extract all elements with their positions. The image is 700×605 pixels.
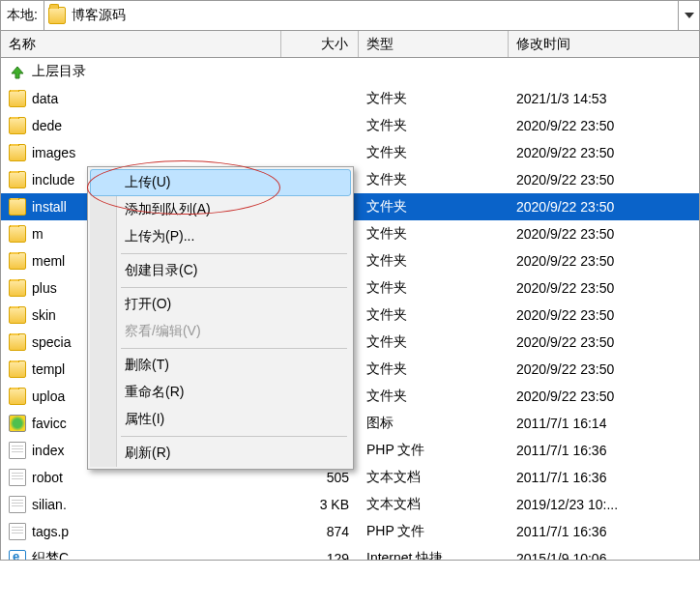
ie-icon	[9, 550, 26, 561]
file-icon	[9, 442, 26, 459]
file-date: 2020/9/22 23:50	[509, 389, 677, 404]
menu-item[interactable]: 打开(O)	[90, 291, 351, 318]
location-bar: 本地: 博客源码	[0, 0, 700, 31]
file-type: 文件夹	[359, 198, 509, 216]
menu-item[interactable]: 删除(T)	[90, 352, 351, 379]
file-date: 2021/1/3 14:53	[509, 91, 677, 106]
menu-item[interactable]: 上传为(P)...	[90, 223, 351, 250]
file-name: silian.	[32, 497, 67, 512]
file-type: 文件夹	[359, 388, 509, 405]
file-name: skin	[32, 307, 56, 323]
folder-icon	[9, 171, 26, 188]
file-name: favicc	[32, 416, 67, 431]
column-date[interactable]: 修改时间	[509, 31, 677, 57]
file-name: tags.p	[32, 524, 69, 539]
file-size: 3 KB	[281, 497, 359, 512]
location-path[interactable]: 博客源码	[44, 1, 678, 30]
file-name: 织梦C	[32, 550, 69, 561]
file-type: 文件夹	[359, 117, 509, 134]
svg-marker-0	[685, 13, 694, 18]
file-row[interactable]: images文件夹2020/9/22 23:50	[1, 139, 699, 166]
menu-item[interactable]: 属性(I)	[90, 406, 351, 433]
file-date: 2020/9/22 23:50	[509, 253, 677, 269]
file-date: 2020/9/22 23:50	[509, 361, 677, 377]
file-name: images	[32, 145, 75, 160]
folder-icon	[9, 279, 26, 297]
file-name: templ	[32, 361, 65, 377]
file-date: 2011/7/1 16:36	[509, 443, 677, 458]
file-type: 文件夹	[359, 144, 509, 161]
file-type: 文件夹	[359, 360, 509, 378]
file-date: 2019/12/23 10:...	[509, 497, 677, 512]
folder-icon	[9, 225, 26, 243]
file-icon	[9, 469, 26, 486]
file-type: 文件夹	[359, 306, 509, 324]
file-type: 文件夹	[359, 279, 509, 297]
folder-icon	[9, 306, 26, 324]
parent-dir-label: 上层目录	[32, 63, 86, 80]
column-headers: 名称 大小 类型 修改时间	[0, 31, 700, 58]
folder-icon	[9, 333, 26, 351]
file-type: 文件夹	[359, 333, 509, 351]
menu-separator	[121, 348, 347, 349]
file-size: 874	[281, 524, 359, 539]
file-size: 505	[281, 470, 359, 485]
folder-icon	[9, 252, 26, 270]
file-date: 2011/7/1 16:36	[509, 470, 677, 485]
menu-separator	[121, 253, 347, 254]
file-name: index	[32, 443, 64, 458]
file-type: PHP 文件	[359, 523, 509, 540]
folder-icon	[9, 198, 26, 216]
column-type[interactable]: 类型	[359, 31, 509, 57]
file-type: Internet 快捷...	[359, 550, 509, 561]
file-date: 2020/9/22 23:50	[509, 199, 677, 215]
menu-item[interactable]: 添加到队列(A)	[90, 196, 351, 223]
location-dropdown[interactable]	[678, 1, 699, 30]
menu-separator	[121, 436, 347, 437]
file-row[interactable]: tags.p874PHP 文件2011/7/1 16:36	[1, 518, 699, 545]
folder-icon	[48, 7, 66, 24]
column-size[interactable]: 大小	[281, 31, 359, 57]
file-row[interactable]: 织梦C129Internet 快捷...2015/1/9 10:06	[1, 545, 699, 561]
file-type: 文件夹	[359, 225, 509, 243]
location-folder-name: 博客源码	[72, 7, 126, 24]
parent-dir-row[interactable]: 上层目录	[1, 58, 699, 85]
folder-icon	[9, 117, 26, 134]
folder-icon	[9, 90, 26, 107]
file-name: plus	[32, 280, 57, 296]
file-type: 文本文档	[359, 469, 509, 486]
menu-item[interactable]: 刷新(R)	[90, 440, 351, 467]
file-name: include	[32, 172, 74, 187]
file-name: dede	[32, 118, 62, 133]
file-date: 2020/9/22 23:50	[509, 118, 677, 133]
context-menu: 上传(U)添加到队列(A)上传为(P)...创建目录(C)打开(O)察看/编辑(…	[87, 166, 354, 470]
file-size: 129	[281, 551, 359, 561]
file-name: uploa	[32, 389, 65, 404]
file-date: 2020/9/22 23:50	[509, 145, 677, 160]
location-label: 本地:	[1, 1, 44, 30]
file-date: 2015/1/9 10:06	[509, 551, 677, 561]
file-name: specia	[32, 334, 71, 350]
ico-icon	[9, 415, 26, 432]
column-name[interactable]: 名称	[1, 31, 281, 57]
menu-item[interactable]: 创建目录(C)	[90, 257, 351, 284]
menu-item[interactable]: 上传(U)	[90, 169, 351, 196]
folder-icon	[9, 360, 26, 378]
up-arrow-icon	[9, 63, 26, 80]
file-date: 2011/7/1 16:36	[509, 524, 677, 539]
folder-icon	[9, 388, 26, 405]
file-date: 2020/9/22 23:50	[509, 226, 677, 242]
menu-separator	[121, 287, 347, 288]
file-name: data	[32, 91, 58, 106]
file-row[interactable]: dede文件夹2020/9/22 23:50	[1, 112, 699, 139]
folder-icon	[9, 144, 26, 161]
file-name: install	[32, 199, 67, 215]
file-date: 2020/9/22 23:50	[509, 334, 677, 350]
menu-item: 察看/编辑(V)	[90, 318, 351, 345]
file-type: 文件夹	[359, 252, 509, 270]
file-row[interactable]: data文件夹2021/1/3 14:53	[1, 85, 699, 112]
file-row[interactable]: silian.3 KB文本文档2019/12/23 10:...	[1, 491, 699, 518]
file-type: 文件夹	[359, 90, 509, 107]
file-date: 2020/9/22 23:50	[509, 307, 677, 323]
menu-item[interactable]: 重命名(R)	[90, 379, 351, 406]
